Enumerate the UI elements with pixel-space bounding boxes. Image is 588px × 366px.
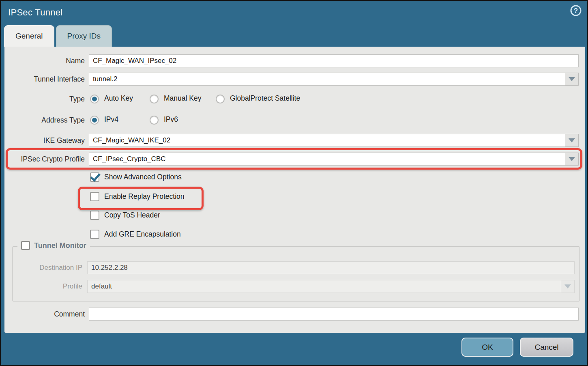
dialog-titlebar: IPSec Tunnel ?	[1, 1, 587, 25]
add-gre-encapsulation-row: Add GRE Encapsulation	[4, 230, 585, 240]
profile-select: default	[87, 280, 575, 293]
chevron-down-icon	[564, 284, 571, 288]
radio-manual-key[interactable]	[150, 95, 159, 103]
destination-ip-input	[87, 261, 575, 274]
cancel-button[interactable]: Cancel	[520, 338, 573, 357]
type-label: Type	[4, 94, 85, 104]
tunnel-interface-label: Tunnel Interface	[4, 73, 85, 86]
ike-gateway-label: IKE Gateway	[4, 134, 85, 147]
ipsec-crypto-profile-value: CF_IPsec_Crypto_CBC	[89, 153, 565, 166]
profile-label: Profile	[13, 280, 82, 293]
destination-ip-label: Destination IP	[13, 261, 82, 274]
radio-ipv6-label: IPv6	[164, 115, 178, 124]
add-gre-encapsulation-checkbox[interactable]	[90, 230, 99, 239]
profile-row: Profile default	[13, 280, 579, 293]
type-row: Type Auto Key Manual Key GlobalProtect S…	[4, 94, 585, 104]
enable-replay-protection-checkbox[interactable]	[90, 192, 99, 201]
chevron-down-icon	[569, 138, 575, 142]
add-gre-encapsulation-label: Add GRE Encapsulation	[104, 230, 181, 239]
tunnel-interface-select[interactable]: tunnel.2	[89, 73, 579, 86]
enable-replay-protection-label: Enable Replay Protection	[104, 192, 184, 201]
tab-bar: General Proxy IDs	[4, 25, 112, 47]
radio-globalprotect-satellite[interactable]	[216, 95, 225, 103]
tab-proxy-ids[interactable]: Proxy IDs	[56, 25, 112, 47]
name-input[interactable]	[89, 54, 579, 67]
tunnel-interface-value: tunnel.2	[89, 73, 565, 86]
ok-button[interactable]: OK	[461, 338, 513, 357]
comment-label: Comment	[4, 308, 85, 321]
ike-gateway-dropdown-button[interactable]	[565, 134, 579, 147]
help-icon[interactable]: ?	[570, 5, 582, 16]
radio-ipv4-label: IPv4	[104, 115, 118, 124]
ipsec-crypto-profile-dropdown-button[interactable]	[565, 153, 579, 166]
name-label: Name	[4, 54, 85, 67]
comment-input[interactable]	[89, 308, 579, 321]
show-advanced-options-checkbox[interactable]	[90, 172, 99, 182]
ipsec-crypto-profile-select[interactable]: CF_IPsec_Crypto_CBC	[89, 153, 579, 166]
ike-gateway-row: IKE Gateway CF_Magic_WAN_IKE_02	[4, 134, 585, 147]
radio-ipv4[interactable]	[90, 116, 99, 125]
radio-auto-key[interactable]	[90, 95, 99, 103]
chevron-down-icon	[569, 77, 575, 81]
svg-text:?: ?	[574, 7, 578, 15]
profile-value: default	[87, 280, 561, 293]
chevron-down-icon	[569, 157, 575, 161]
dialog-title: IPSec Tunnel	[8, 7, 62, 18]
tunnel-monitor-label: Tunnel Monitor	[34, 241, 86, 250]
show-advanced-options-row: Show Advanced Options	[4, 172, 585, 183]
ike-gateway-value: CF_Magic_WAN_IKE_02	[89, 134, 565, 147]
copy-tos-header-label: Copy ToS Header	[104, 211, 160, 220]
show-advanced-options-label: Show Advanced Options	[104, 173, 182, 181]
tunnel-interface-dropdown-button[interactable]	[565, 73, 579, 86]
name-row: Name	[4, 54, 585, 67]
profile-dropdown-button	[561, 280, 575, 293]
radio-auto-key-label: Auto Key	[104, 94, 133, 103]
radio-ipv6[interactable]	[150, 116, 159, 125]
general-tab-panel: Name Tunnel Interface tunnel.2 Type Auto…	[4, 47, 585, 333]
ipsec-crypto-profile-row: IPSec Crypto Profile CF_IPsec_Crypto_CBC	[4, 153, 585, 166]
comment-row: Comment	[4, 308, 585, 321]
radio-manual-key-label: Manual Key	[164, 94, 201, 103]
ipsec-tunnel-dialog: IPSec Tunnel ? General Proxy IDs Name Tu…	[0, 0, 588, 366]
copy-tos-header-checkbox[interactable]	[90, 211, 99, 220]
tab-general[interactable]: General	[4, 25, 54, 47]
ipsec-crypto-profile-label: IPSec Crypto Profile	[4, 153, 85, 166]
address-type-label: Address Type	[4, 115, 85, 125]
enable-replay-protection-row: Enable Replay Protection	[4, 192, 585, 202]
dialog-footer: OK Cancel	[1, 331, 587, 365]
tunnel-monitor-checkbox[interactable]	[21, 241, 30, 250]
tunnel-monitor-legend: Tunnel Monitor	[17, 241, 90, 250]
radio-globalprotect-satellite-label: GlobalProtect Satellite	[230, 94, 300, 103]
address-type-row: Address Type IPv4 IPv6	[4, 115, 585, 125]
copy-tos-header-row: Copy ToS Header	[4, 211, 585, 221]
tunnel-monitor-group: Tunnel Monitor Destination IP Profile de…	[12, 246, 580, 301]
ike-gateway-select[interactable]: CF_Magic_WAN_IKE_02	[89, 134, 579, 147]
tunnel-interface-row: Tunnel Interface tunnel.2	[4, 73, 585, 86]
destination-ip-row: Destination IP	[13, 261, 579, 274]
